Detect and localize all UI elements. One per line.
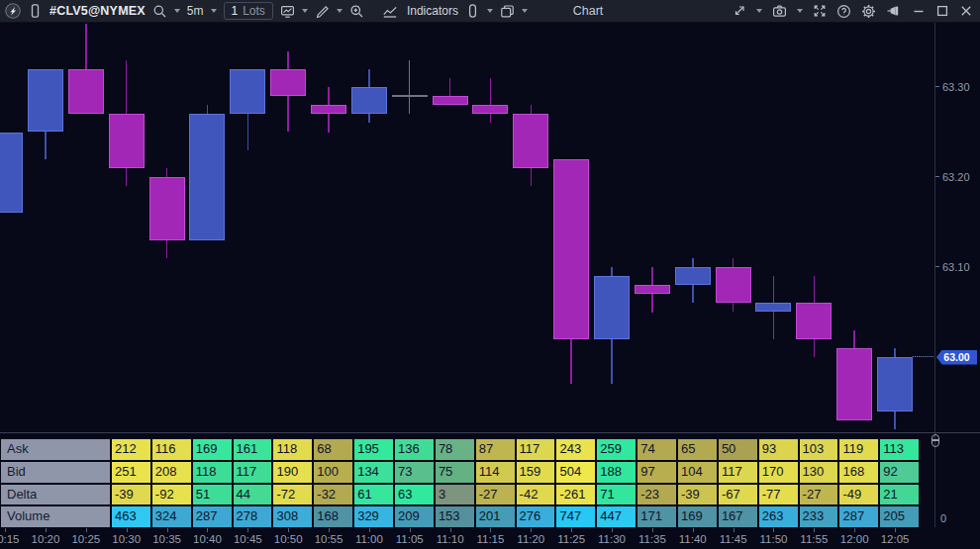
- search-icon[interactable]: [152, 4, 167, 19]
- time-tick: [86, 528, 87, 532]
- collapse-icon[interactable]: [733, 4, 746, 18]
- table-cell: 134: [354, 462, 393, 483]
- layout-caret-icon[interactable]: [522, 9, 528, 13]
- time-label: 10:20: [32, 533, 60, 545]
- table-cell: -39: [112, 485, 150, 505]
- candle-body: [836, 348, 872, 420]
- time-label: 11:35: [638, 533, 666, 545]
- table-cell: 169: [193, 439, 232, 460]
- symbol-caret-icon[interactable]: [174, 9, 180, 13]
- candle-body: [149, 177, 185, 240]
- price-axis[interactable]: 63.3063.2063.1063.00: [935, 22, 980, 432]
- price-tick: 63.20: [935, 171, 970, 183]
- settings-gear-icon[interactable]: [861, 4, 876, 19]
- indicators-icon[interactable]: [382, 4, 398, 19]
- chart-canvas[interactable]: [0, 22, 935, 432]
- table-cell: 168: [314, 506, 352, 527]
- timeframe-caret-icon[interactable]: [211, 9, 217, 13]
- table-cell: 136: [395, 439, 434, 460]
- mouse-tool-caret-icon[interactable]: [487, 9, 493, 13]
- candle-body: [635, 285, 670, 294]
- screenshot-camera-icon[interactable]: [772, 4, 787, 18]
- minimize-icon[interactable]: [912, 4, 926, 18]
- time-tick: [734, 528, 735, 532]
- layout-icon[interactable]: [500, 4, 515, 19]
- draw-pencil-icon[interactable]: [315, 4, 330, 19]
- table-cell: 447: [597, 506, 636, 527]
- table-cell: 208: [152, 462, 191, 483]
- price-tick: 63.30: [935, 81, 970, 93]
- table-cell: 118: [193, 462, 232, 483]
- table-cell: 167: [719, 506, 757, 527]
- lots-box[interactable]: 1 Lots: [224, 2, 273, 20]
- time-label: 10:15: [0, 533, 20, 545]
- table-cell: -49: [839, 485, 878, 505]
- indicators-label[interactable]: Indicators: [407, 4, 458, 18]
- time-tick: [410, 528, 411, 532]
- mouse-tool-icon[interactable]: [465, 3, 480, 19]
- draw-caret-icon[interactable]: [337, 9, 343, 13]
- candle-body: [513, 114, 548, 168]
- fullscreen-expand-icon[interactable]: [813, 4, 827, 18]
- table-cell: 3: [436, 485, 474, 505]
- time-tick: [814, 528, 815, 532]
- candle-body: [270, 69, 306, 96]
- symbol-text[interactable]: #CLV5@NYMEX: [49, 4, 146, 18]
- market-depth-table: Ask2121161691611186819513678871172432597…: [1, 439, 919, 527]
- time-tick: [531, 528, 532, 532]
- table-cell: -27: [476, 485, 515, 505]
- time-label: 11:40: [679, 533, 707, 545]
- candle-body: [109, 114, 145, 168]
- timeframe-value[interactable]: 5m: [187, 4, 204, 18]
- table-cell: 78: [436, 439, 474, 460]
- chart-style-caret-icon[interactable]: [302, 9, 308, 13]
- time-tick: [369, 528, 370, 532]
- camera-caret-icon[interactable]: [797, 9, 803, 13]
- last-price-line: [913, 356, 935, 357]
- candle-body: [392, 95, 428, 98]
- row-label-delta: Delta: [1, 485, 110, 505]
- chart-style-icon[interactable]: [280, 4, 295, 19]
- table-cell: 119: [839, 439, 878, 460]
- table-cell: 75: [436, 462, 474, 483]
- maximize-icon[interactable]: [935, 4, 949, 18]
- table-cell: 117: [517, 439, 555, 460]
- scrollbar-thumb[interactable]: [931, 434, 939, 447]
- table-cell: 168: [839, 462, 878, 483]
- time-tick: [329, 528, 330, 532]
- table-cell: 159: [517, 462, 555, 483]
- time-label: 11:10: [437, 533, 464, 545]
- row-label-volume: Volume: [1, 506, 110, 527]
- table-cell: 68: [314, 439, 352, 460]
- table-cell: 73: [395, 462, 434, 483]
- table-cell: 118: [273, 439, 312, 460]
- table-cell: 161: [234, 439, 272, 460]
- phone-icon[interactable]: [28, 3, 43, 19]
- table-cell: 287: [193, 506, 232, 527]
- top-toolbar: #CLV5@NYMEX 5m 1 Lots Indicators: [0, 0, 980, 23]
- candle-body: [877, 357, 913, 412]
- table-cell: 171: [637, 506, 676, 527]
- table-cell: 100: [314, 462, 352, 483]
- candle-body: [311, 105, 346, 114]
- candle-body: [68, 69, 104, 115]
- table-cell: 63: [395, 485, 434, 505]
- table-cell: 44: [234, 485, 272, 505]
- broker-logo-icon[interactable]: [5, 3, 21, 19]
- time-label: 11:20: [517, 533, 544, 545]
- zoom-in-icon[interactable]: [349, 4, 364, 19]
- candle-body: [675, 267, 711, 285]
- last-price-badge: 63.00: [936, 350, 977, 365]
- candle-body: [594, 276, 630, 339]
- row-label-bid: Bid: [1, 462, 110, 483]
- help-icon[interactable]: [836, 4, 851, 19]
- collapse-caret-icon[interactable]: [756, 9, 762, 13]
- time-label: 10:35: [152, 533, 181, 545]
- table-cell: 116: [152, 439, 191, 460]
- time-tick: [167, 528, 168, 532]
- lots-value: 1: [232, 4, 239, 18]
- close-icon[interactable]: [959, 4, 973, 18]
- pin-icon[interactable]: [886, 4, 902, 18]
- time-tick: [773, 528, 774, 532]
- time-axis[interactable]: 10:1510:2010:2510:3010:3510:4010:4510:50…: [0, 527, 935, 549]
